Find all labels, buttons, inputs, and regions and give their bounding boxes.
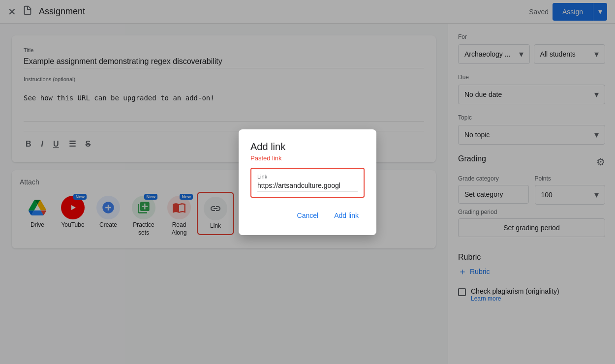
modal-actions: Cancel Add link <box>250 208 365 223</box>
link-field-wrapper: Link https://artsandculture.googl <box>250 168 365 198</box>
add-link-button[interactable]: Add link <box>328 208 365 223</box>
add-link-modal: Add link Pasted link Link https://artsan… <box>239 129 376 235</box>
cancel-button[interactable]: Cancel <box>291 208 325 223</box>
modal-overlay: Add link Pasted link Link https://artsan… <box>0 0 615 364</box>
link-field-value[interactable]: https://artsandculture.googl <box>257 182 358 192</box>
link-field-label: Link <box>257 174 358 180</box>
modal-title: Add link <box>250 141 365 152</box>
pasted-link-label: Pasted link <box>250 154 365 162</box>
